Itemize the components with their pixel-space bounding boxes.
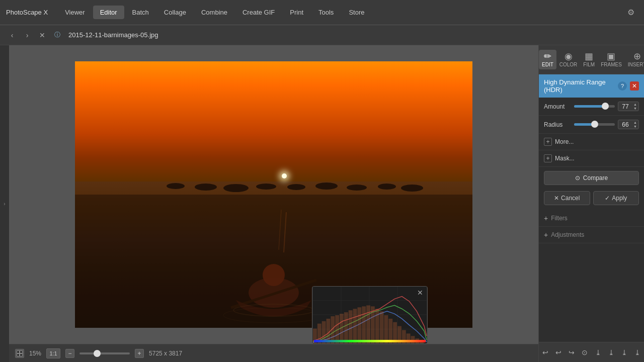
adjustments-section[interactable]: + Adjustments <box>539 227 644 243</box>
film-tool-label: FILM <box>583 62 595 67</box>
radius-slider[interactable] <box>574 123 615 126</box>
zoom-in-button[interactable]: + <box>135 349 144 358</box>
nav-item-print[interactable]: Print <box>283 6 310 19</box>
apply-checkmark-icon: ✓ <box>605 195 610 202</box>
radius-spinner[interactable]: ▲ ▼ <box>633 121 637 128</box>
radius-up-arrow[interactable]: ▲ <box>633 121 637 124</box>
share-button[interactable]: ⤓ <box>631 345 644 359</box>
forward-button[interactable]: › <box>21 29 33 41</box>
left-panel-handle[interactable]: › <box>0 45 9 362</box>
action-row: ✕ Cancel ✓ Apply <box>539 189 644 210</box>
svg-rect-38 <box>353 309 357 343</box>
svg-rect-35 <box>340 314 344 343</box>
save-as-button[interactable]: ⤓ <box>605 345 618 359</box>
info-button[interactable]: ⓘ <box>51 29 63 41</box>
image-container[interactable] <box>9 45 538 344</box>
amount-slider[interactable] <box>574 105 615 108</box>
settings-icon[interactable]: ⚙ <box>624 6 638 20</box>
svg-point-6 <box>315 183 338 190</box>
mask-plus-icon: + <box>544 154 552 162</box>
amount-value-box: 77 ▲ ▼ <box>618 102 639 111</box>
insert-icon: ⊕ <box>633 52 641 61</box>
compare-label: Compare <box>583 174 608 182</box>
radius-down-arrow[interactable]: ▼ <box>633 125 637 128</box>
back-button[interactable]: ‹ <box>6 29 18 41</box>
mask-expand-row[interactable]: + Mask... <box>539 150 644 167</box>
compare-icon: ⊙ <box>575 174 580 182</box>
svg-point-11 <box>263 264 285 286</box>
history-button[interactable]: ↩ <box>552 345 565 359</box>
cancel-button[interactable]: ✕ Cancel <box>544 191 590 205</box>
color-tool-label: COLOR <box>559 62 578 67</box>
filmstrip-button[interactable] <box>15 349 24 358</box>
compare-button[interactable]: ⊙ Compare <box>544 171 639 185</box>
histogram-close-button[interactable]: ✕ <box>416 289 424 297</box>
nav-item-collage[interactable]: Collage <box>157 6 193 19</box>
film-tool-button[interactable]: ▦ FILM <box>580 50 598 69</box>
color-tool-button[interactable]: ◉ COLOR <box>556 50 581 69</box>
view-button[interactable]: ⊙ <box>578 345 591 359</box>
titlebar: PhotoScape X Viewer Editor Batch Collage… <box>0 0 644 25</box>
radius-value-box: 66 ▲ ▼ <box>618 120 639 129</box>
svg-point-5 <box>287 184 305 190</box>
mask-label: Mask... <box>555 155 575 162</box>
svg-rect-37 <box>349 310 353 343</box>
nav-item-creategif[interactable]: Create GIF <box>235 6 282 19</box>
nav-item-store[interactable]: Store <box>342 6 371 19</box>
nav-item-batch[interactable]: Batch <box>125 6 156 19</box>
svg-point-4 <box>256 184 276 190</box>
filters-section[interactable]: + Filters <box>539 210 644 227</box>
frames-tool-button[interactable]: ▣ FRAMES <box>598 50 625 69</box>
svg-rect-46 <box>388 319 392 343</box>
nav-item-viewer[interactable]: Viewer <box>58 6 92 19</box>
cancel-icon: ✕ <box>554 195 559 202</box>
svg-point-8 <box>378 184 396 190</box>
redo-button[interactable]: ↪ <box>565 345 578 359</box>
cancel-label: Cancel <box>561 195 580 202</box>
apply-label: Apply <box>612 195 627 202</box>
more-expand-row[interactable]: + More... <box>539 134 644 150</box>
radius-slider-thumb[interactable] <box>591 121 598 128</box>
file-name-label: 2015-12-11-barnimages-05.jpg <box>68 31 158 39</box>
save-button[interactable]: ⤓ <box>592 345 605 359</box>
hdr-panel: High Dynamic Range (HDR) ? ✕ Amount 77 ▲… <box>539 74 644 342</box>
amount-down-arrow[interactable]: ▼ <box>633 107 637 110</box>
svg-rect-40 <box>362 306 366 343</box>
edit-tool-button[interactable]: ✏ EDIT <box>539 50 556 69</box>
right-toolbar: ✏ EDIT ◉ COLOR ▦ FILM ▣ FRAMES ⊕ INSERT … <box>539 45 644 74</box>
radius-slider-row: Radius 66 ▲ ▼ <box>539 116 644 134</box>
svg-rect-42 <box>371 306 375 343</box>
image-dimensions: 5725 x 3817 <box>149 350 182 357</box>
svg-rect-54 <box>314 340 426 342</box>
zoom-ratio-button[interactable]: 1:1 <box>46 348 60 358</box>
color-icon: ◉ <box>565 52 573 61</box>
amount-up-arrow[interactable]: ▲ <box>633 103 637 106</box>
zoom-slider-thumb[interactable] <box>94 350 101 357</box>
apply-button[interactable]: ✓ Apply <box>593 191 639 205</box>
hdr-close-button[interactable]: ✕ <box>630 81 639 90</box>
titlebar-right: ⚙ <box>624 6 638 20</box>
nav-item-tools[interactable]: Tools <box>311 6 341 19</box>
amount-value: 77 <box>620 103 631 110</box>
svg-rect-39 <box>357 307 361 343</box>
svg-rect-44 <box>380 311 384 343</box>
nav-item-editor[interactable]: Editor <box>93 6 124 19</box>
zoom-slider[interactable] <box>79 352 130 354</box>
close-file-button[interactable]: ✕ <box>36 29 48 41</box>
insert-tool-label: INSERT <box>628 62 644 67</box>
amount-spinner[interactable]: ▲ ▼ <box>633 103 637 110</box>
hdr-help-button[interactable]: ? <box>618 81 627 90</box>
svg-rect-19 <box>20 351 22 353</box>
svg-rect-18 <box>17 351 19 353</box>
export-button[interactable]: ⤓ <box>618 345 631 359</box>
svg-rect-43 <box>375 309 379 343</box>
insert-tool-button[interactable]: ⊕ INSERT <box>625 50 644 69</box>
amount-label: Amount <box>544 103 571 110</box>
svg-rect-41 <box>366 305 370 343</box>
zoom-out-button[interactable]: − <box>65 349 74 358</box>
right-panel: ✏ EDIT ◉ COLOR ▦ FILM ▣ FRAMES ⊕ INSERT … <box>538 45 644 362</box>
undo-button[interactable]: ↩ <box>539 345 552 359</box>
amount-slider-thumb[interactable] <box>602 103 609 110</box>
svg-rect-21 <box>20 354 22 356</box>
nav-item-combine[interactable]: Combine <box>194 6 234 19</box>
